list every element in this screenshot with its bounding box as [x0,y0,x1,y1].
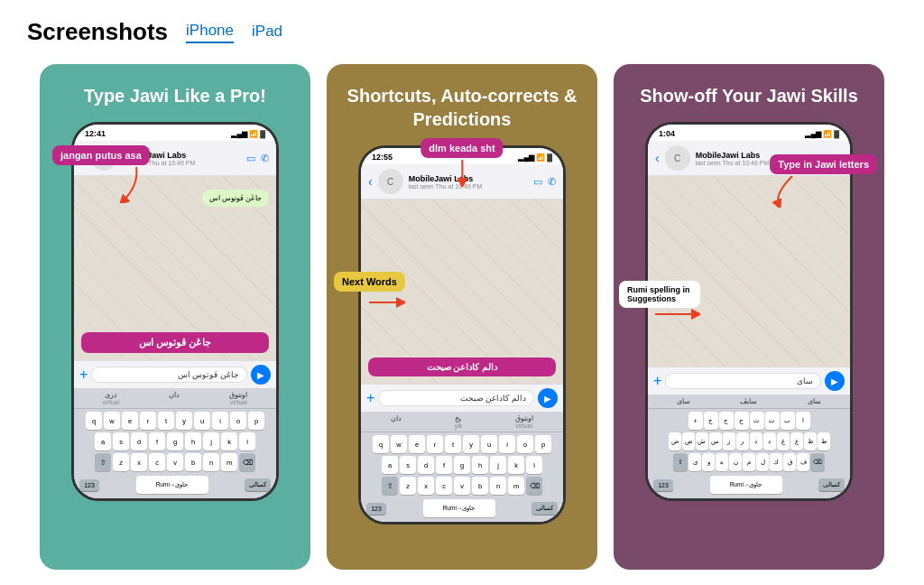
key-d2[interactable]: d [418,456,434,474]
input-bar-2[interactable]: + دالم كاداعن صيحت ▶ [361,384,563,412]
key-j16[interactable]: د [763,432,776,450]
key-j21[interactable]: ى [688,453,701,471]
key-q2[interactable]: q [373,435,389,453]
key-b2[interactable]: b [472,477,488,495]
key-i2[interactable]: i [499,435,515,453]
key-delete[interactable]: ⌫ [239,453,255,471]
key-l[interactable]: l [239,432,255,450]
key-p2[interactable]: p [535,435,551,453]
key-j2[interactable]: j [490,456,506,474]
key-e2[interactable]: e [409,435,425,453]
key-x2[interactable]: x [418,477,434,495]
key-shift3[interactable]: ⇧ [673,453,688,471]
key-j1[interactable]: ء [688,412,703,430]
key-k2[interactable]: k [508,456,524,474]
key-w[interactable]: w [104,412,120,430]
key-h2[interactable]: h [472,456,488,474]
key-j8[interactable]: ا [796,412,810,430]
key-return-1[interactable]: كمبالى [245,478,271,491]
key-j11[interactable]: ش [696,432,708,450]
key-s[interactable]: s [113,432,129,450]
key-u[interactable]: u [194,412,210,430]
key-j9[interactable]: ض [669,432,681,450]
key-shift2[interactable]: ⇧ [382,477,398,495]
key-a[interactable]: a [95,432,111,450]
key-return-3[interactable]: كمبالى [818,478,845,491]
suggestion-2b[interactable]: يخyik [455,414,463,429]
key-h[interactable]: h [185,432,201,450]
suggestion-2a[interactable]: دان [391,414,402,429]
key-l2[interactable]: l [526,456,542,474]
key-space-3[interactable]: Rumi→جاوى [710,476,782,494]
key-j15[interactable]: ذ [750,432,762,450]
key-c[interactable]: c [149,453,165,471]
key-123-1[interactable]: 123 [79,479,99,491]
key-t[interactable]: t [158,412,174,430]
key-r2[interactable]: r [427,435,443,453]
key-b[interactable]: b [185,453,201,471]
key-j27[interactable]: ك [770,453,782,471]
key-123-3[interactable]: 123 [653,479,673,491]
suggestion-1b[interactable]: دان [169,391,180,405]
input-field-1[interactable]: جاڠن ڤوتوس اس [91,367,247,383]
key-y[interactable]: y [176,412,192,430]
key-u2[interactable]: u [481,435,497,453]
key-j4[interactable]: ج [735,412,749,430]
key-space-2[interactable]: Rumi→جاوى [423,499,495,517]
suggestion-1c[interactable]: اونتوقvirtual [229,391,247,405]
key-d[interactable]: d [131,432,147,450]
key-f2[interactable]: f [436,456,452,474]
key-c2[interactable]: c [436,477,452,495]
key-j17[interactable]: غ [777,432,790,450]
key-j2[interactable]: خ [704,412,718,430]
key-j22[interactable]: و [702,453,715,471]
key-j25[interactable]: م [743,453,755,471]
key-k[interactable]: k [221,432,237,450]
suggestion-2c[interactable]: اونتوقvirtual [515,414,533,429]
key-f[interactable]: f [149,432,165,450]
key-j3[interactable]: ح [719,412,734,430]
input-field-2[interactable]: دالم كاداعن صيحت [378,390,534,406]
key-j24[interactable]: ن [729,453,742,471]
tab-ipad[interactable]: iPad [252,23,282,42]
key-n[interactable]: n [203,453,219,471]
send-button-3[interactable]: ▶ [825,371,845,391]
key-n2[interactable]: n [490,477,506,495]
key-shift[interactable]: ⇧ [95,453,111,471]
key-w2[interactable]: w [391,435,407,453]
key-s2[interactable]: s [400,456,416,474]
key-j5[interactable]: ث [750,412,764,430]
key-x[interactable]: x [131,453,147,471]
key-j7[interactable]: ب [781,412,795,430]
key-j6[interactable]: ت [765,412,780,430]
send-button-2[interactable]: ▶ [538,388,558,408]
key-j14[interactable]: ر [736,432,749,450]
key-j18[interactable]: ع [790,432,803,450]
send-button-1[interactable]: ▶ [251,365,271,385]
key-return-2[interactable]: كمبالى [531,502,558,515]
key-j20[interactable]: ط [818,432,830,450]
key-j19[interactable]: ظ [804,432,817,450]
plus-icon-2[interactable]: + [366,390,374,406]
key-q[interactable]: q [86,412,102,430]
key-a2[interactable]: a [382,456,398,474]
key-j23[interactable]: ه [716,453,728,471]
key-g2[interactable]: g [454,456,470,474]
key-space-1[interactable]: Rumi→جاوى [136,476,208,494]
key-t2[interactable]: t [445,435,461,453]
key-v2[interactable]: v [454,477,470,495]
key-o2[interactable]: o [517,435,533,453]
suggestion-3a[interactable]: ساى [677,397,690,405]
plus-icon-1[interactable]: + [79,367,88,383]
key-m[interactable]: m [221,453,237,471]
key-z2[interactable]: z [400,477,416,495]
suggestion-3b[interactable]: سايڤ [740,397,757,405]
key-j[interactable]: j [203,432,219,450]
tab-iphone[interactable]: iPhone [186,22,234,43]
key-y2[interactable]: y [463,435,479,453]
key-delete3[interactable]: ⌫ [810,453,825,471]
key-j12[interactable]: س [709,432,722,450]
key-j26[interactable]: ل [756,453,769,471]
key-o[interactable]: o [230,412,246,430]
key-delete2[interactable]: ⌫ [526,477,542,495]
